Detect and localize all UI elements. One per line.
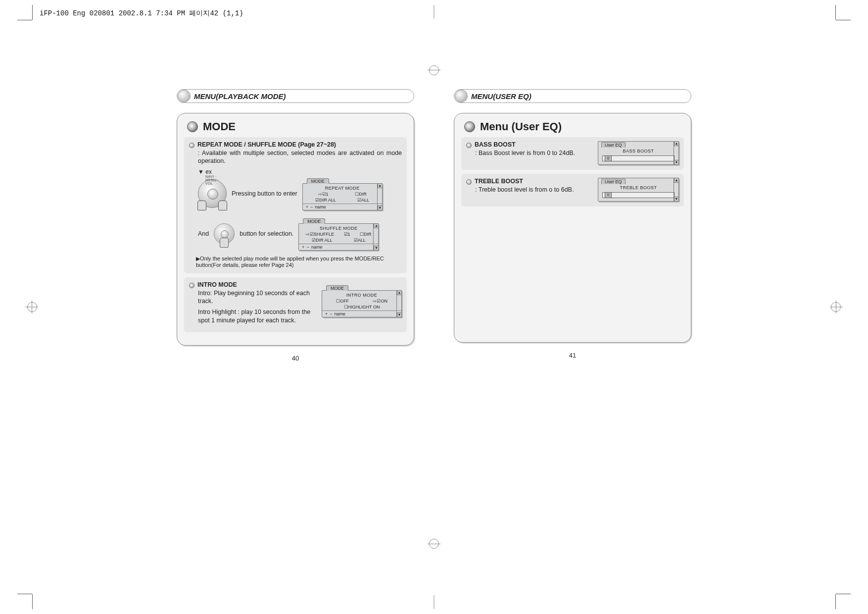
slider-thumb: 0: [605, 155, 612, 161]
up-arrow-icon: ▲: [397, 290, 402, 295]
lcd-opt: ⇨☑SHUFFLE: [306, 232, 334, 237]
crop-mark: [32, 5, 33, 20]
lcd-foot-name: name: [311, 245, 323, 250]
lcd-tab: MODE: [307, 178, 329, 184]
crop-mark: [32, 594, 33, 609]
bass-title: BASS BOOST: [475, 141, 516, 148]
registration-mark: [836, 301, 836, 313]
subpanel-bass-boost: BASS BOOST : Bass Boost lever is from 0 …: [461, 137, 684, 170]
lcd-opt: ☐DIR: [355, 192, 367, 197]
bullet-icon: [466, 143, 472, 148]
jog-dial-icon: [214, 223, 235, 244]
lcd-foot-name: name: [315, 205, 326, 209]
up-arrow-icon: ▲: [674, 178, 679, 183]
crop-mark: [17, 20, 32, 20]
intro-desc2: Intro Highlight : play 10 seconds from t…: [198, 308, 317, 324]
lcd-treble-boost: User EQ TREBLE BOOST 0 ▲▼: [598, 178, 679, 202]
slider-track: 0: [602, 192, 675, 198]
registration-mark: [428, 70, 440, 70]
mode-note: ▶Only the selected play mode will be app…: [196, 256, 402, 268]
lcd-opt: ☐DIR: [360, 232, 372, 237]
page-number-left: 40: [177, 355, 414, 362]
page-number-right: 41: [454, 352, 691, 359]
panel-title-text: MODE: [203, 120, 236, 133]
registration-mark: [429, 65, 439, 75]
lcd-bass-boost: User EQ BASS BOOST 0 ▲▼: [598, 141, 679, 165]
enter-text: Pressing button to enter: [232, 190, 297, 197]
lcd-title: SHUFFLE MODE: [299, 224, 378, 232]
lcd-intro-mode: MODE INTRO MODE ☐OFF ⇨☑ON ☐HIGHLIGHT ON …: [322, 290, 402, 317]
section-header-usereq: MENU(USER EQ): [454, 89, 691, 103]
hand-icon: [218, 201, 227, 210]
bullet-icon: [464, 121, 475, 132]
repeat-shuffle-title: REPEAT MODE / SHUFFLE MODE (Page 27~28): [197, 141, 336, 148]
lcd-opt: ☑1: [344, 232, 350, 237]
down-arrow-icon: ▼: [674, 160, 679, 165]
down-arrow-icon: ▼: [397, 312, 402, 317]
intro-title: INTRO MODE: [197, 281, 237, 288]
section-header-text: MENU(USER EQ): [471, 92, 531, 101]
crop-mark: [835, 5, 836, 20]
treble-desc: : Treble boost level is from o to 6dB.: [475, 186, 593, 194]
repeat-shuffle-desc: : Available with multiple section, selec…: [198, 149, 402, 165]
hand-icon: [220, 238, 229, 248]
bullet-icon: [189, 143, 194, 148]
and-text: And: [198, 230, 209, 237]
registration-mark: [830, 307, 843, 307]
slider-thumb: 0: [605, 192, 612, 198]
lcd-opt: ⇨☑ON: [373, 299, 387, 304]
bass-desc: : Bass Boost lever is from 0 to 24dB.: [475, 149, 593, 157]
lcd-foot-name: name: [335, 311, 346, 316]
panel-mode: MODE REPEAT MODE / SHUFFLE MODE (Page 27…: [177, 113, 414, 346]
fold-mark: [434, 595, 434, 609]
subpanel-repeat-shuffle: REPEAT MODE / SHUFFLE MODE (Page 27~28) …: [184, 137, 407, 273]
lcd-title: INTRO MODE: [322, 291, 401, 299]
lcd-opt: ☐OFF: [336, 299, 349, 304]
lcd-shuffle-mode: MODE SHUFFLE MODE ⇨☑SHUFFLE ☑1 ☐DIR ☑DIR…: [298, 223, 379, 251]
up-arrow-icon: ▲: [374, 223, 379, 228]
hand-icon: [197, 201, 206, 210]
intro-desc1: Intro: Play beginning 10 seconds of each…: [198, 289, 317, 306]
lcd-tab: User EQ: [601, 179, 626, 184]
down-arrow-icon: ▼: [674, 197, 679, 202]
up-arrow-icon: ▲: [674, 141, 679, 146]
fold-mark: [434, 5, 434, 19]
minus-icon: −: [310, 205, 313, 209]
plus-icon: +: [306, 205, 308, 209]
lcd-opt: ☐HIGHLIGHT ON: [344, 305, 380, 309]
subpanel-treble-boost: TREBLE BOOST : Treble boost level is fro…: [461, 174, 684, 206]
crop-mark: [835, 594, 836, 609]
lcd-opt: ⇨☑1: [318, 192, 329, 197]
lcd-title: TREBLE BOOST: [601, 184, 675, 192]
bullet-icon: [466, 179, 472, 185]
lcd-tab: MODE: [326, 285, 348, 291]
lcd-tab: MODE: [303, 218, 325, 224]
lcd-title: BASS BOOST: [601, 148, 675, 155]
crop-mark: [836, 20, 851, 20]
down-arrow-icon: ▼: [374, 246, 379, 251]
section-header-playback: MENU(PLAYBACK MODE): [177, 89, 414, 103]
lcd-title: REPEAT MODE: [303, 184, 382, 192]
registration-mark: [428, 544, 440, 544]
plus-icon: +: [302, 245, 304, 250]
bullet-icon: [455, 90, 468, 102]
treble-title: TREBLE BOOST: [475, 178, 523, 185]
registration-mark: [32, 301, 32, 313]
crop-mark: [836, 594, 851, 594]
dial-caption: NAVI · MENU · VOL: [205, 175, 219, 185]
crop-mark: [17, 594, 32, 594]
lcd-tab: User EQ: [601, 142, 626, 148]
plus-icon: +: [325, 311, 328, 316]
up-arrow-icon: ▲: [378, 183, 383, 188]
subpanel-intro: INTRO MODE Intro: Play beginning 10 seco…: [184, 277, 407, 332]
lcd-opt: ☑ALL: [354, 238, 366, 243]
doc-header: iFP-100 Eng 020801 2002.8.1 7:34 PM 페이지4…: [40, 9, 243, 18]
select-text: button for selection.: [240, 230, 293, 237]
bullet-icon: [187, 121, 198, 132]
lcd-opt: ☑DIR ALL: [312, 238, 333, 243]
ex-label: ▼ ex: [198, 168, 402, 175]
bullet-icon: [178, 90, 191, 102]
lcd-opt: ☑DIR ALL: [315, 198, 336, 203]
down-arrow-icon: ▼: [378, 205, 383, 210]
page-right: MENU(USER EQ) Menu (User EQ) BASS BOOST …: [454, 89, 691, 362]
